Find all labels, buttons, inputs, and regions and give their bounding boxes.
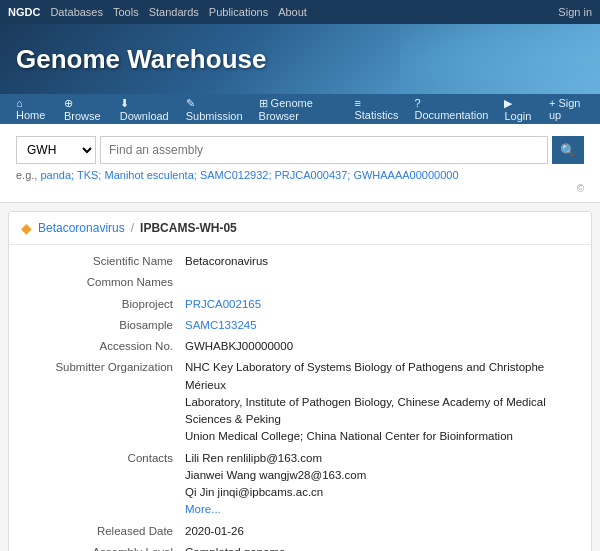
main-navigation: ⌂ Home ⊕ Browse ⬇ Download ✎ Submission …: [0, 94, 600, 124]
label-scientific-name: Scientific Name: [21, 251, 181, 272]
value-assembly-level: Completed genome: [181, 542, 579, 551]
field-common-names: Common Names: [21, 272, 579, 293]
nav-browse[interactable]: ⊕ Browse: [56, 94, 112, 124]
nav-statistics[interactable]: ≡ Statistics: [346, 94, 406, 124]
example-panda[interactable]: panda; TKS;: [40, 169, 101, 181]
value-released-date: 2020-01-26: [181, 521, 579, 542]
value-contacts: Lili Ren renlilipb@163.com Jianwei Wang …: [181, 448, 579, 521]
nav-about[interactable]: About: [278, 6, 307, 18]
nav-home[interactable]: ⌂ Home: [8, 94, 56, 124]
nav-standards[interactable]: Standards: [149, 6, 199, 18]
nav-submission[interactable]: ✎ Submission: [178, 94, 251, 124]
hero-banner: Genome Warehouse: [0, 24, 600, 94]
top-navigation: NGDC Databases Tools Standards Publicati…: [0, 0, 600, 24]
nav-genome-browser[interactable]: ⊞ Genome Browser: [251, 94, 347, 124]
example-gwh[interactable]: GWHAAAA00000000: [353, 169, 458, 181]
nav-documentation[interactable]: ? Documentation: [406, 94, 496, 124]
field-scientific-name: Scientific Name Betacoronavirus: [21, 251, 579, 272]
nav-publications[interactable]: Publications: [209, 6, 268, 18]
example-samc[interactable]: SAMC012932;: [200, 169, 272, 181]
search-icon: 🔍: [560, 143, 576, 158]
value-common-names: [181, 272, 579, 293]
value-biosample: SAMC133245: [181, 315, 579, 336]
label-common-names: Common Names: [21, 272, 181, 293]
label-bioproject: Bioproject: [21, 294, 181, 315]
search-type-select[interactable]: GWH: [16, 136, 96, 164]
field-accession: Accession No. GWHABKJ00000000: [21, 336, 579, 357]
value-scientific-name: Betacoronavirus: [181, 251, 579, 272]
label-biosample: Biosample: [21, 315, 181, 336]
signin-link[interactable]: Sign in: [558, 6, 592, 18]
breadcrumb: ◆ Betacoronavirus / IPBCAMS-WH-05: [9, 212, 591, 245]
field-contacts: Contacts Lili Ren renlilipb@163.com Jian…: [21, 448, 579, 521]
assembly-detail-panel: ◆ Betacoronavirus / IPBCAMS-WH-05 Scient…: [8, 211, 592, 551]
hero-title: Genome Warehouse: [16, 44, 266, 75]
nav-login[interactable]: ▶ Login: [496, 94, 540, 124]
breadcrumb-icon: ◆: [21, 220, 32, 236]
value-accession: GWHABKJ00000000: [181, 336, 579, 357]
search-input[interactable]: [100, 136, 548, 164]
label-assembly-level: Assembly Level: [21, 542, 181, 551]
value-submitter-org: NHC Key Laboratory of Systems Biology of…: [181, 357, 579, 447]
field-assembly-level: Assembly Level Completed genome: [21, 542, 579, 551]
value-bioproject: PRJCA002165: [181, 294, 579, 315]
nav-download[interactable]: ⬇ Download: [112, 94, 178, 124]
contacts-more-link[interactable]: More...: [185, 503, 221, 515]
search-examples: e.g., panda; TKS; Manihot esculenta; SAM…: [16, 169, 584, 181]
field-submitter-org: Submitter Organization NHC Key Laborator…: [21, 357, 579, 447]
example-prjca[interactable]: PRJCA000437;: [275, 169, 351, 181]
nav-signup[interactable]: + Sign up: [541, 94, 592, 124]
label-contacts: Contacts: [21, 448, 181, 521]
breadcrumb-separator: /: [131, 221, 134, 235]
breadcrumb-parent[interactable]: Betacoronavirus: [38, 221, 125, 235]
label-accession: Accession No.: [21, 336, 181, 357]
bioproject-link[interactable]: PRJCA002165: [185, 298, 261, 310]
nav-tools[interactable]: Tools: [113, 6, 139, 18]
breadcrumb-current: IPBCAMS-WH-05: [140, 221, 237, 235]
label-released-date: Released Date: [21, 521, 181, 542]
field-bioproject: Bioproject PRJCA002165: [21, 294, 579, 315]
search-section: GWH 🔍 e.g., panda; TKS; Manihot esculent…: [0, 124, 600, 203]
search-button[interactable]: 🔍: [552, 136, 584, 164]
assembly-details: Scientific Name Betacoronavirus Common N…: [9, 245, 591, 551]
nav-databases[interactable]: Databases: [50, 6, 103, 18]
field-biosample: Biosample SAMC133245: [21, 315, 579, 336]
brand-ngdc: NGDC: [8, 6, 40, 18]
example-manihot[interactable]: Manihot esculenta;: [104, 169, 196, 181]
field-released-date: Released Date 2020-01-26: [21, 521, 579, 542]
copyright: ©: [16, 183, 584, 194]
label-submitter-org: Submitter Organization: [21, 357, 181, 447]
biosample-link[interactable]: SAMC133245: [185, 319, 257, 331]
